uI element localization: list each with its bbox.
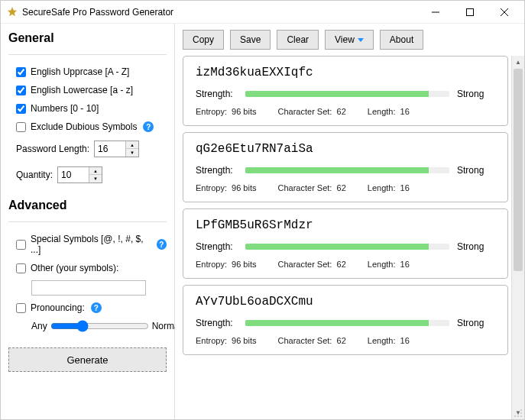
uppercase-option[interactable]: English Upprcase [A - Z] [16, 66, 167, 77]
quantity-up-button[interactable]: ▲ [89, 167, 102, 175]
exclude-option[interactable]: Exclude Dubious Symbols ? [16, 121, 167, 132]
lowercase-option[interactable]: English Lowercase [a - z] [16, 85, 167, 95]
strength-bar-fill [245, 167, 429, 173]
password-card: LPfGMB5uR6SrMdzrStrength:StrongEntropy: … [183, 208, 508, 279]
meta-row: Entropy: 96 bitsCharacter Set: 62Length:… [196, 107, 495, 116]
numbers-checkbox[interactable] [16, 104, 26, 114]
strength-label: Strength: [196, 241, 238, 252]
svg-point-7 [514, 415, 516, 417]
minimize-button[interactable] [418, 2, 452, 23]
length-up-button[interactable]: ▲ [126, 141, 138, 149]
other-label: Other (your symbols): [31, 263, 118, 273]
entropy-field: Entropy: 96 bits [196, 107, 257, 116]
save-button[interactable]: Save [230, 30, 271, 50]
window-title: SecureSafe Pro Password Generator [22, 7, 418, 18]
chevron-down-icon [358, 38, 364, 42]
strength-text: Strong [457, 165, 495, 176]
close-button[interactable] [487, 2, 521, 23]
other-option[interactable]: Other (your symbols): [16, 263, 167, 273]
pronouncing-slider-row: Any Normal [31, 320, 167, 332]
close-icon [501, 8, 508, 16]
help-icon[interactable]: ? [157, 239, 167, 250]
strength-bar-fill [245, 244, 429, 250]
entropy-field: Entropy: 96 bits [196, 183, 257, 192]
charset-field: Character Set: 62 [278, 260, 346, 269]
lowercase-label: English Lowercase [a - z] [31, 85, 133, 95]
meta-row: Entropy: 96 bitsCharacter Set: 62Length:… [196, 336, 495, 345]
uppercase-checkbox[interactable] [16, 67, 26, 77]
quantity-spinner[interactable]: ▲ ▼ [57, 166, 102, 183]
pronouncing-option[interactable]: Pronouncing: ? [16, 302, 167, 313]
lowercase-checkbox[interactable] [16, 86, 26, 95]
strength-row: Strength:Strong [196, 165, 495, 176]
strength-text: Strong [457, 89, 495, 99]
strength-text: Strong [457, 318, 495, 328]
maximize-button[interactable] [452, 2, 487, 23]
view-button[interactable]: View [325, 30, 374, 50]
strength-bar [245, 320, 449, 326]
strength-label: Strength: [196, 165, 238, 176]
window-controls [418, 2, 521, 23]
other-checkbox[interactable] [16, 263, 26, 273]
pronouncing-slider[interactable] [50, 320, 149, 332]
special-checkbox[interactable] [16, 240, 26, 250]
strength-bar [245, 244, 449, 250]
numbers-label: Numbers [0 - 10] [31, 103, 99, 114]
scrollbar[interactable]: ▲ ▼ [511, 56, 524, 419]
titlebar[interactable]: SecureSafe Pro Password Generator [1, 1, 524, 24]
password-text[interactable]: AYv7UbL6oaDCXCmu [196, 295, 495, 309]
length-field: Length: 16 [368, 336, 410, 345]
password-text[interactable]: izMd36kuaEXXIqfc [196, 66, 495, 79]
special-label: Special Symbols [@, !, #, $, ...] [31, 234, 151, 255]
strength-bar [245, 167, 449, 173]
password-card: AYv7UbL6oaDCXCmuStrength:StrongEntropy: … [183, 285, 508, 355]
strength-label: Strength: [196, 318, 238, 328]
quantity-down-button[interactable]: ▼ [89, 175, 102, 183]
strength-row: Strength:Strong [196, 241, 495, 252]
length-field: Length: 16 [368, 183, 410, 192]
clear-button[interactable]: Clear [277, 30, 319, 50]
length-spinner[interactable]: ▲ ▼ [94, 141, 139, 157]
password-card: qG2e6Etu7RN7aiSaStrength:StrongEntropy: … [183, 132, 508, 202]
length-down-button[interactable]: ▼ [126, 149, 138, 157]
special-option[interactable]: Special Symbols [@, !, #, $, ...] ? [16, 234, 167, 255]
uppercase-label: English Upprcase [A - Z] [31, 66, 129, 77]
numbers-option[interactable]: Numbers [0 - 10] [16, 103, 167, 114]
quantity-input[interactable] [58, 167, 89, 183]
quantity-label: Quantity: [16, 170, 53, 180]
scroll-up-button[interactable]: ▲ [512, 56, 524, 69]
quantity-row: Quantity: ▲ ▼ [16, 166, 167, 183]
copy-button[interactable]: Copy [183, 30, 224, 50]
results-list: izMd36kuaEXXIqfcStrength:StrongEntropy: … [175, 56, 511, 419]
help-icon[interactable]: ? [143, 121, 154, 132]
resize-grip-icon[interactable] [514, 409, 523, 418]
help-icon[interactable]: ? [91, 302, 102, 313]
other-symbols-input[interactable] [31, 280, 146, 296]
toolbar: Copy Save Clear View About [175, 24, 524, 56]
svg-point-9 [520, 415, 522, 417]
strength-bar [245, 91, 449, 97]
password-text[interactable]: qG2e6Etu7RN7aiSa [196, 142, 495, 156]
svg-point-6 [520, 412, 522, 414]
password-card: izMd36kuaEXXIqfcStrength:StrongEntropy: … [183, 56, 508, 126]
password-text[interactable]: LPfGMB5uR6SrMdzr [196, 218, 495, 232]
svg-point-5 [517, 412, 519, 414]
general-heading: General [8, 31, 167, 45]
results-wrap: izMd36kuaEXXIqfcStrength:StrongEntropy: … [175, 56, 524, 419]
scroll-thumb[interactable] [514, 69, 523, 271]
generate-button[interactable]: Generate [8, 347, 167, 372]
meta-row: Entropy: 96 bitsCharacter Set: 62Length:… [196, 260, 495, 269]
about-button[interactable]: About [380, 30, 423, 50]
app-icon [7, 7, 18, 18]
exclude-checkbox[interactable] [16, 122, 26, 132]
length-input[interactable] [95, 141, 125, 157]
charset-field: Character Set: 62 [278, 107, 346, 116]
strength-row: Strength:Strong [196, 318, 495, 328]
charset-field: Character Set: 62 [278, 183, 346, 192]
entropy-field: Entropy: 96 bits [196, 336, 257, 345]
entropy-field: Entropy: 96 bits [196, 260, 257, 269]
length-row: Password Length: ▲ ▼ [16, 141, 167, 157]
maximize-icon [466, 8, 474, 16]
scroll-track[interactable] [512, 69, 524, 406]
pronouncing-checkbox[interactable] [16, 303, 26, 313]
